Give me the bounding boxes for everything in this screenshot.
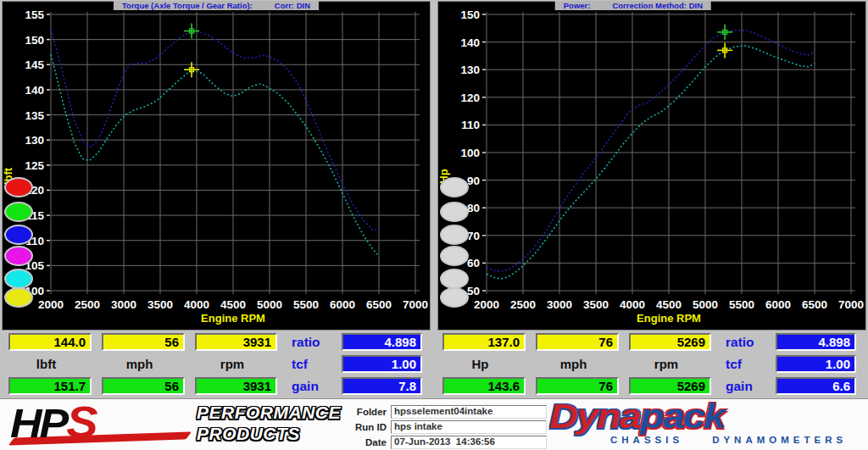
svg-text:150: 150 xyxy=(25,34,44,47)
svg-text:120: 120 xyxy=(460,92,480,104)
run-id-input[interactable]: hps intake xyxy=(391,420,547,434)
run-info-form: Folder hpsselement04intake Run ID hps in… xyxy=(342,404,547,450)
torque-cursor-rpm-field: 3931 xyxy=(195,333,277,351)
channel-button-gray-3[interactable] xyxy=(441,225,468,244)
power-cursor2-rpm-field: 5269 xyxy=(629,377,711,395)
svg-text:4000: 4000 xyxy=(184,298,209,311)
svg-text:3500: 3500 xyxy=(583,298,609,311)
channel-button-red[interactable] xyxy=(5,178,32,197)
torque-tcf-field: 1.00 xyxy=(342,355,422,373)
date-input[interactable]: 07-Jun-2013 14:36:56 xyxy=(391,436,547,449)
hps-logo-s: S xyxy=(66,397,95,447)
rpm-unit-label: rpm xyxy=(629,355,704,373)
channel-button-gray-1[interactable] xyxy=(441,178,468,197)
svg-text:2000: 2000 xyxy=(38,298,64,311)
hps-logo-hp: HP xyxy=(10,400,66,445)
channel-button-yellow[interactable] xyxy=(5,288,32,307)
dynapack-logo: Dynapack CHASSIS DYNAMOMETERS xyxy=(549,399,860,445)
run-id-row: Run ID hps intake xyxy=(342,419,547,435)
dynapack-dyna-text: Dyna xyxy=(549,396,640,436)
curve-run-cyan xyxy=(487,46,815,279)
dynapack-tagline: CHASSIS DYNAMOMETERS xyxy=(610,435,860,445)
torque-chart-plot[interactable]: 2000250030003500400045005000550060006500… xyxy=(3,2,430,330)
svg-text:130: 130 xyxy=(460,64,480,76)
channel-button-magenta[interactable] xyxy=(5,247,32,265)
svg-text:110: 110 xyxy=(461,119,480,131)
channel-button-gray-6[interactable] xyxy=(441,288,468,307)
channel-button-gray-5[interactable] xyxy=(441,269,468,288)
svg-text:155: 155 xyxy=(25,8,44,21)
gridlines xyxy=(482,12,855,294)
dynapack-chassis-text: CHASSIS xyxy=(610,435,683,445)
torque-cursor2-mph-field: 56 xyxy=(102,377,185,395)
channel-button-gray-4[interactable] xyxy=(441,247,468,265)
power-ratio-field: 4.898 xyxy=(776,333,856,351)
speed-unit-label: mph xyxy=(536,355,611,373)
hps-products-text: PRODUCTS xyxy=(197,423,341,444)
svg-text:3000: 3000 xyxy=(111,298,136,311)
svg-text:100: 100 xyxy=(460,147,480,159)
curve-run-cyan xyxy=(51,54,377,254)
hps-logo-letters: HPS xyxy=(10,403,188,442)
svg-text:6500: 6500 xyxy=(366,298,392,311)
svg-text:140: 140 xyxy=(460,36,480,49)
svg-text:135: 135 xyxy=(25,109,44,122)
svg-text:6000: 6000 xyxy=(330,298,355,311)
torque-tcf-label: tcf xyxy=(292,355,337,373)
power-chart-title: Power: Correction Method: DIN xyxy=(555,1,711,10)
svg-text:70: 70 xyxy=(467,230,480,242)
svg-text:125: 125 xyxy=(25,159,44,172)
svg-text:5500: 5500 xyxy=(729,298,754,311)
channel-button-cyan[interactable] xyxy=(5,269,32,288)
torque-unit-label: lbft xyxy=(8,355,84,373)
yellow-cursor[interactable] xyxy=(717,42,732,58)
torque-chart-panel: Torque (Axle Torque / Gear Ratio): Corr:… xyxy=(2,1,431,331)
green-cursor[interactable] xyxy=(717,25,732,40)
folder-label: Folder xyxy=(342,407,387,417)
svg-text:2500: 2500 xyxy=(510,298,536,311)
power-chart-panel: Power: Correction Method: DIN 2000250030… xyxy=(437,1,866,331)
rpm-unit-label: rpm xyxy=(195,355,270,373)
svg-text:2500: 2500 xyxy=(75,298,100,311)
power-unit-label: Hp xyxy=(442,355,518,373)
channel-button-gray-2[interactable] xyxy=(441,203,468,221)
power-title-text: Power: xyxy=(564,1,591,10)
readout-section: 144.0 56 3931 ratio 4.898 lbft mph rpm t… xyxy=(0,331,868,398)
power-cursor2-value-field: 143.6 xyxy=(442,377,526,395)
svg-text:7000: 7000 xyxy=(403,298,428,311)
svg-text:3500: 3500 xyxy=(147,298,173,311)
power-cursor2-mph-field: 76 xyxy=(536,377,619,395)
torque-chart-title: Torque (Axle Torque / Gear Ratio): Corr:… xyxy=(114,1,319,10)
channel-button-green[interactable] xyxy=(5,203,32,221)
torque-correction-text: Corr: DIN xyxy=(275,1,310,10)
power-gain-field: 6.6 xyxy=(776,377,856,395)
hps-logo-tagline: PERFORMANCE PRODUCTS xyxy=(197,402,341,444)
power-tcf-field: 1.00 xyxy=(776,355,856,373)
svg-text:60: 60 xyxy=(467,257,480,269)
power-chart-plot[interactable]: 2000250030003500400045005000550060006500… xyxy=(438,2,865,330)
dynapack-dynamometers-text: DYNAMOMETERS xyxy=(712,435,847,445)
svg-text:3000: 3000 xyxy=(547,298,572,311)
folder-row: Folder hpsselement04intake xyxy=(342,404,547,419)
x-axis-title: Engine RPM xyxy=(201,312,265,325)
svg-text:5000: 5000 xyxy=(693,298,718,311)
torque-cursor2-value-field: 151.7 xyxy=(8,377,92,395)
svg-text:2000: 2000 xyxy=(474,298,499,311)
torque-gain-label: gain xyxy=(292,377,337,395)
hps-performance-text: PERFORMANCE xyxy=(197,402,341,423)
channel-button-blue[interactable] xyxy=(5,225,32,244)
svg-text:6000: 6000 xyxy=(765,298,791,311)
svg-text:50: 50 xyxy=(467,285,480,297)
power-cursor-mph-field: 76 xyxy=(536,333,619,351)
folder-input[interactable]: hpsselement04intake xyxy=(391,405,547,419)
torque-cursor-value-field: 144.0 xyxy=(8,333,92,351)
power-correction-text: Correction Method: DIN xyxy=(612,1,703,10)
svg-text:80: 80 xyxy=(467,202,480,214)
svg-text:150: 150 xyxy=(460,8,480,21)
dyno-software-window: Torque (Axle Torque / Gear Ratio): Corr:… xyxy=(0,0,868,450)
svg-text:7000: 7000 xyxy=(838,298,864,311)
svg-text:4500: 4500 xyxy=(656,298,682,311)
torque-ratio-field: 4.898 xyxy=(342,333,422,351)
dynapack-pack-text: pack xyxy=(640,396,724,436)
power-cursor-value-field: 137.0 xyxy=(442,333,526,351)
